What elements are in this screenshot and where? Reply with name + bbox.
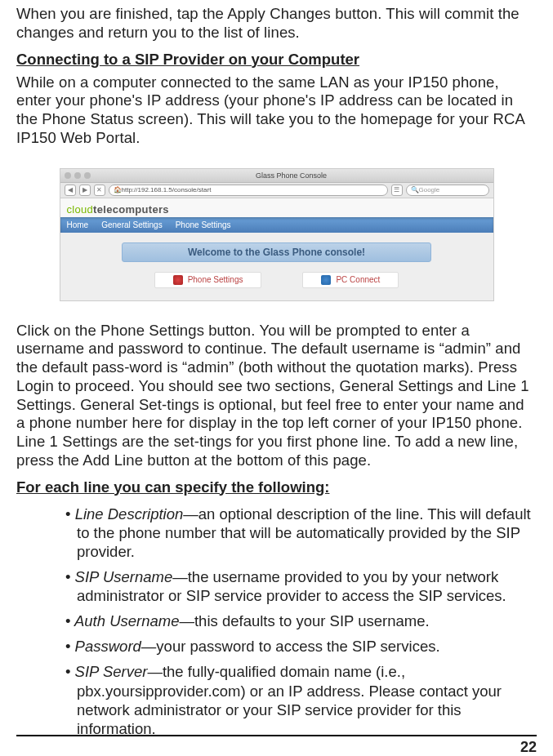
page-number: 22 (520, 739, 537, 756)
logo-part1: cloud (67, 203, 94, 216)
welcome-banner: Welcome to the Glass Phone console! (122, 242, 431, 262)
paragraph-lan: While on a computer connected to the sam… (16, 73, 537, 148)
traffic-light-icon (65, 172, 71, 179)
back-icon: ◀ (65, 185, 76, 196)
document-page: When you are finished, tap the Apply Cha… (0, 5, 553, 756)
search-field: 🔍 Google (406, 185, 489, 196)
list-item: • SIP Server—the fully-qualified domain … (65, 662, 537, 738)
button-label: PC Connect (336, 275, 380, 284)
search-placeholder: Google (419, 186, 440, 193)
portal-content: Welcome to the Glass Phone console! Phon… (60, 233, 493, 300)
list-item: • SIP Username—the username provided to … (65, 567, 537, 605)
browser-toolbar: ◀ ▶ ✕ 🏠 http://192.168.1.5/console/start… (60, 183, 493, 198)
nav-home: Home (67, 220, 89, 229)
list-item: • Line Description—an optional descripti… (65, 505, 537, 561)
bullet-list: • Line Description—an optional descripti… (16, 505, 537, 738)
pc-connect-button: PC Connect (302, 272, 399, 288)
phone-settings-button: Phone Settings (154, 272, 262, 288)
term: SIP Server (70, 663, 147, 680)
list-item: • Auth Username—this defaults to your SI… (65, 611, 537, 630)
heading-each-line: For each line you can specify the follow… (16, 478, 537, 496)
screenshot-web-portal: Glass Phone Console ◀ ▶ ✕ 🏠 http://192.1… (60, 168, 494, 301)
logo-part2: telecomputers (93, 203, 169, 216)
definition: —this defaults to your SIP username. (179, 612, 429, 629)
phone-settings-icon (173, 275, 183, 285)
forward-icon: ▶ (79, 185, 91, 196)
paragraph-settings: Click on the Phone Settings button. You … (16, 322, 537, 470)
term: Auth Username (70, 612, 179, 629)
button-label: Phone Settings (188, 275, 243, 284)
heading-connecting: Connecting to a SIP Provider on your Com… (16, 51, 537, 69)
nav-phone: Phone Settings (176, 220, 231, 229)
portal-logo: cloudtelecomputers (60, 198, 493, 217)
term: Password (70, 638, 140, 655)
traffic-light-icon (74, 172, 81, 179)
url-text: http://192.168.1.5/console/start (122, 186, 212, 193)
reader-icon: ☰ (391, 185, 403, 196)
definition: —your password to access the SIP service… (141, 638, 440, 655)
portal-nav: Home General Settings Phone Settings (60, 217, 493, 233)
url-field: 🏠 http://192.168.1.5/console/start (109, 185, 388, 196)
window-titlebar: Glass Phone Console (60, 169, 493, 183)
pc-connect-icon (321, 275, 331, 285)
paragraph-intro: When you are finished, tap the Apply Cha… (16, 5, 537, 42)
reload-icon: ✕ (94, 185, 105, 196)
term: SIP Username (70, 568, 172, 585)
traffic-light-icon (84, 172, 91, 179)
window-title: Glass Phone Console (94, 171, 489, 180)
nav-general: General Settings (101, 220, 163, 229)
term: Line Description (75, 505, 184, 523)
list-item: • Password—your password to access the S… (65, 637, 537, 656)
portal-buttons: Phone Settings PC Connect (60, 272, 493, 288)
footer-rule (16, 735, 537, 736)
